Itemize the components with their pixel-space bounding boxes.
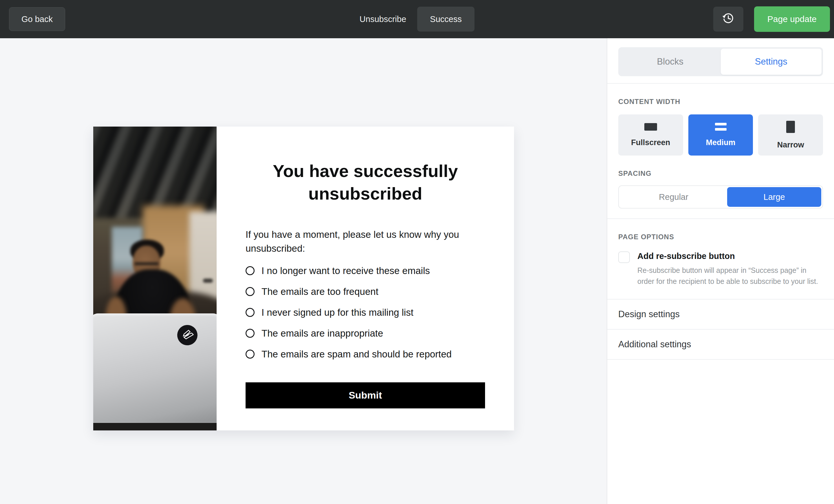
survey-prompt: If you have a moment, please let us know…	[246, 228, 485, 256]
reason-label: The emails are spam and should be report…	[262, 349, 452, 360]
two-bars-icon	[715, 123, 727, 131]
reason-option-row[interactable]: I no longer want to receive these emails	[246, 265, 485, 276]
wide-rect-icon	[644, 123, 657, 131]
radio-icon[interactable]	[246, 308, 255, 317]
go-back-button[interactable]: Go back	[9, 7, 65, 31]
main-area: You have successfully unsubscribed If yo…	[0, 38, 834, 504]
additional-settings-row[interactable]: Additional settings	[607, 330, 834, 360]
reason-option-row[interactable]: I never signed up for this mailing list	[246, 307, 485, 318]
radio-icon[interactable]	[246, 266, 255, 275]
resubscribe-checkbox[interactable]	[618, 251, 630, 263]
page-update-button[interactable]: Page update	[754, 6, 830, 32]
width-option-label: Fullscreen	[631, 138, 670, 147]
tab-settings[interactable]: Settings	[721, 49, 822, 75]
reason-option-row[interactable]: The emails are inappropriate	[246, 328, 485, 339]
photo-layer-laptop-lid	[93, 313, 217, 423]
reason-label: I no longer want to receive these emails	[262, 265, 430, 276]
angular-s-logo-icon	[180, 327, 195, 343]
reason-label: The emails are too frequent	[262, 286, 378, 297]
unsubscribe-photo	[93, 127, 217, 431]
tall-rect-icon	[786, 121, 795, 133]
page-title: You have successfully unsubscribed	[246, 160, 485, 205]
width-option-medium[interactable]: Medium	[688, 114, 753, 156]
reason-label: The emails are inappropriate	[262, 328, 383, 339]
topbar: Go back Unsubscribe Success Page update	[0, 0, 834, 38]
tab-success[interactable]: Success	[417, 7, 475, 31]
topbar-actions: Page update	[713, 6, 830, 32]
radio-icon[interactable]	[246, 287, 255, 296]
content-width-label: CONTENT WIDTH	[618, 97, 823, 106]
reason-option-row[interactable]: The emails are too frequent	[246, 286, 485, 297]
photo-layer-ceiling-pipes	[93, 127, 217, 218]
history-button[interactable]	[713, 7, 743, 31]
page-tab-switcher: Unsubscribe Success	[360, 0, 475, 38]
width-option-narrow[interactable]: Narrow	[758, 114, 823, 156]
divider	[607, 83, 834, 84]
photo-layer-person-glasses	[135, 262, 158, 265]
photo-layer-knob	[203, 279, 213, 283]
submit-button[interactable]: Submit	[246, 382, 485, 409]
resubscribe-description: Re-subscribe button will appear in “Succ…	[637, 265, 823, 287]
radio-icon[interactable]	[246, 350, 255, 358]
width-option-label: Narrow	[777, 140, 804, 150]
tab-blocks[interactable]: Blocks	[620, 49, 721, 75]
design-settings-row[interactable]: Design settings	[607, 300, 834, 330]
divider	[607, 218, 834, 219]
reason-option-row[interactable]: The emails are spam and should be report…	[246, 349, 485, 360]
spacing-option-large[interactable]: Large	[727, 187, 821, 207]
radio-icon[interactable]	[246, 329, 255, 338]
resubscribe-title[interactable]: Add re-subscribe button	[637, 251, 823, 261]
spacing-option-regular[interactable]: Regular	[620, 187, 727, 207]
page-options-label: PAGE OPTIONS	[618, 233, 823, 241]
spacing-toggle: Regular Large	[618, 185, 823, 209]
resubscribe-option-row: Add re-subscribe button Re-subscribe but…	[618, 251, 823, 287]
unsubscribe-preview-card: You have successfully unsubscribed If yo…	[93, 127, 514, 431]
width-option-label: Medium	[706, 138, 736, 147]
settings-sidebar: Blocks Settings CONTENT WIDTH Fullscreen…	[607, 38, 834, 504]
history-restore-icon	[721, 11, 735, 27]
width-option-fullscreen[interactable]: Fullscreen	[618, 114, 683, 156]
reason-label: I never signed up for this mailing list	[262, 307, 414, 318]
unsubscribe-form: You have successfully unsubscribed If yo…	[217, 127, 514, 431]
content-width-options: Fullscreen Medium Narrow	[618, 114, 823, 156]
tab-unsubscribe[interactable]: Unsubscribe	[360, 15, 406, 24]
spacing-label: SPACING	[618, 170, 823, 178]
sidebar-tab-switcher: Blocks Settings	[618, 47, 823, 76]
editor-canvas: You have successfully unsubscribed If yo…	[0, 38, 607, 504]
